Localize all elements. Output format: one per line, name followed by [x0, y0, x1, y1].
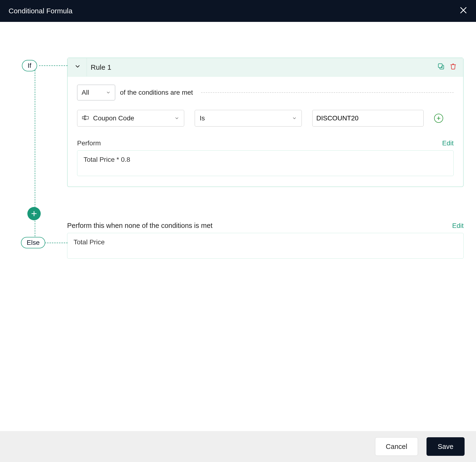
else-formula-text: Total Price: [74, 238, 105, 246]
match-mode-select[interactable]: All: [77, 85, 115, 101]
chevron-down-icon: [292, 116, 297, 121]
delete-rule-button[interactable]: [450, 63, 457, 71]
condition-operator-select[interactable]: Is: [195, 110, 302, 126]
if-pill: If: [22, 60, 37, 71]
rule-card-header: Rule 1: [68, 58, 463, 77]
field-icon: [82, 114, 89, 122]
perform-formula-text: Total Price * 0.8: [84, 156, 130, 163]
perform-formula-box[interactable]: Total Price * 0.8: [77, 150, 454, 176]
match-suffix-text: of the conditions are met: [120, 89, 193, 96]
cancel-button-label: Cancel: [386, 443, 407, 451]
condition-operator-value: Is: [200, 114, 205, 122]
perform-header-row: Perform Edit: [77, 139, 454, 147]
else-block: Perform this when none of the conditions…: [67, 222, 464, 259]
edit-perform-link[interactable]: Edit: [442, 139, 454, 147]
dialog-footer: Cancel Save: [0, 431, 476, 462]
trash-icon: [450, 63, 457, 70]
condition-field-select[interactable]: Coupon Code: [77, 110, 184, 126]
dialog-title: Conditional Formula: [8, 7, 72, 15]
duplicate-rule-button[interactable]: [437, 63, 445, 72]
close-button[interactable]: [459, 6, 468, 16]
chevron-down-icon: [174, 116, 179, 121]
perform-label: Perform: [77, 139, 101, 147]
else-pill: Else: [21, 237, 45, 248]
match-divider: [201, 92, 454, 93]
plus-icon: [31, 210, 37, 217]
add-condition-button[interactable]: [434, 114, 443, 123]
save-button[interactable]: Save: [426, 437, 465, 456]
rule-body: All of the conditions are met: [68, 77, 463, 186]
edit-else-link[interactable]: Edit: [452, 222, 464, 230]
svg-rect-5: [84, 116, 89, 119]
else-header-row: Perform this when none of the conditions…: [67, 222, 464, 230]
dialog-body: If Else Rule 1: [0, 22, 476, 431]
save-button-label: Save: [438, 443, 453, 451]
plus-icon: [436, 116, 441, 121]
branch-pipe-else: [42, 243, 68, 243]
match-mode-value: All: [82, 89, 89, 96]
cancel-button[interactable]: Cancel: [375, 437, 418, 456]
if-pill-label: If: [28, 62, 31, 69]
chevron-down-icon: [74, 63, 81, 70]
condition-value-input[interactable]: [312, 110, 424, 126]
condition-row: Coupon Code Is: [77, 110, 454, 126]
rule-card: Rule 1: [67, 58, 464, 187]
dialog-header: Conditional Formula: [0, 0, 476, 22]
condition-match-row: All of the conditions are met: [77, 85, 454, 101]
condition-field-value: Coupon Code: [93, 114, 170, 122]
collapse-toggle[interactable]: [74, 63, 81, 71]
else-pill-label: Else: [27, 239, 40, 246]
rule-title: Rule 1: [87, 58, 432, 76]
duplicate-icon: [437, 63, 445, 70]
else-description: Perform this when none of the conditions…: [67, 222, 212, 230]
close-icon: [459, 6, 468, 14]
else-formula-box[interactable]: Total Price: [67, 233, 464, 259]
branch-pipe-if: [39, 65, 68, 66]
add-rule-button[interactable]: [27, 207, 41, 220]
rule-actions: [437, 63, 457, 72]
chevron-down-icon: [106, 90, 111, 95]
